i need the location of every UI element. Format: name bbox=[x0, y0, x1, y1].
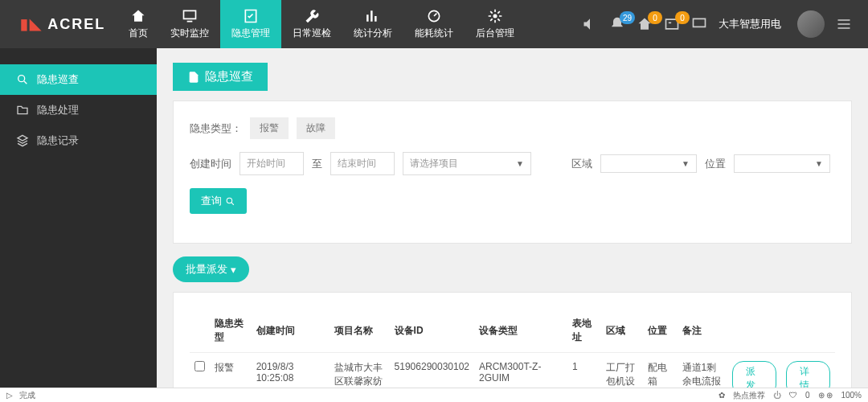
sidebar-item[interactable]: 隐患巡查 bbox=[0, 64, 157, 95]
col-header bbox=[190, 309, 210, 353]
username: 大丰智慧用电 bbox=[719, 17, 781, 31]
nav-wrench[interactable]: 日常巡检 bbox=[281, 0, 342, 48]
table-row: 报警2019/8/3 10:25:08盐城市大丰区联馨家纺有限公司5190629… bbox=[190, 353, 835, 388]
home-alert-icon[interactable]: 0 bbox=[637, 16, 653, 32]
topbar: ▮◣ ACREL 首页实时监控隐患管理日常巡检统计分析能耗统计后台管理 29 0… bbox=[0, 0, 868, 48]
detail-button[interactable]: 详情 bbox=[786, 361, 830, 388]
svg-point-1 bbox=[493, 14, 497, 18]
search-button[interactable]: 查询 bbox=[190, 188, 247, 214]
status-zoom: 100% bbox=[841, 391, 862, 400]
top-right: 29 0 0 大丰智慧用电 bbox=[582, 10, 860, 38]
start-time-input[interactable]: 开始时间 bbox=[240, 152, 304, 175]
zone-label: 区域 bbox=[571, 157, 592, 171]
status-bar: ▷ 完成 ✿热点推荐 ⏻ 🛡0 ⊕ ⊕100% bbox=[0, 388, 868, 402]
col-header: 设备类型 bbox=[474, 309, 567, 353]
col-header: 备注 bbox=[678, 309, 727, 353]
to-label: 至 bbox=[312, 157, 322, 171]
screen-icon[interactable] bbox=[691, 16, 707, 32]
main: 隐患巡查 隐患类型： 报警 故障 创建时间 开始时间 至 结束时间 请选择项目▼… bbox=[157, 48, 868, 388]
col-header: 隐患类型 bbox=[210, 309, 252, 353]
status-sec: 0 bbox=[805, 391, 810, 400]
col-header: 区域 bbox=[601, 309, 643, 353]
sidebar-item[interactable]: 隐患记录 bbox=[0, 125, 157, 156]
sound-icon[interactable] bbox=[582, 16, 598, 32]
hazard-table: 隐患类型创建时间项目名称设备ID设备类型表地址区域位置备注 报警2019/8/3… bbox=[190, 309, 835, 388]
end-time-input[interactable]: 结束时间 bbox=[330, 152, 395, 175]
card-badge: 0 bbox=[675, 11, 690, 24]
col-header: 创建时间 bbox=[252, 309, 330, 353]
svg-point-2 bbox=[18, 76, 25, 82]
col-header bbox=[781, 309, 835, 353]
avatar[interactable] bbox=[797, 10, 825, 38]
col-header: 设备ID bbox=[390, 309, 474, 353]
nav-chart[interactable]: 统计分析 bbox=[342, 0, 403, 48]
batch-dispatch-button[interactable]: 批量派发 ▾ bbox=[173, 256, 249, 282]
pos-select[interactable]: ▼ bbox=[734, 154, 830, 173]
time-label: 创建时间 bbox=[190, 157, 231, 171]
nav: 首页实时监控隐患管理日常巡检统计分析能耗统计后台管理 bbox=[117, 0, 526, 48]
filter-panel: 隐患类型： 报警 故障 创建时间 开始时间 至 结束时间 请选择项目▼ 区域 ▼… bbox=[173, 100, 852, 244]
card-icon[interactable]: 0 bbox=[664, 16, 680, 32]
nav-home[interactable]: 首页 bbox=[117, 0, 159, 48]
menu-icon[interactable] bbox=[836, 16, 852, 32]
home-badge: 0 bbox=[648, 11, 662, 24]
col-header bbox=[727, 309, 781, 353]
nav-check[interactable]: 隐患管理 bbox=[220, 0, 281, 48]
table-panel: 隐患类型创建时间项目名称设备ID设备类型表地址区域位置备注 报警2019/8/3… bbox=[173, 292, 852, 388]
chip-alarm[interactable]: 报警 bbox=[250, 117, 289, 139]
bell-badge: 29 bbox=[620, 11, 635, 24]
dispatch-button[interactable]: 派发 bbox=[732, 361, 776, 388]
chip-fault[interactable]: 故障 bbox=[297, 117, 335, 139]
status-done: 完成 bbox=[19, 390, 35, 401]
nav-gear[interactable]: 后台管理 bbox=[465, 0, 526, 48]
page-title: 隐患巡查 bbox=[173, 63, 268, 91]
bell-icon[interactable]: 29 bbox=[609, 16, 625, 32]
row-checkbox[interactable] bbox=[194, 361, 205, 371]
play-icon[interactable]: ▷ bbox=[6, 391, 13, 400]
nav-dial[interactable]: 能耗统计 bbox=[403, 0, 465, 48]
svg-point-3 bbox=[227, 198, 232, 203]
type-label: 隐患类型： bbox=[190, 121, 242, 136]
zone-select[interactable]: ▼ bbox=[600, 154, 697, 173]
project-select[interactable]: 请选择项目▼ bbox=[403, 152, 531, 175]
pos-label: 位置 bbox=[705, 157, 726, 171]
col-header: 表地址 bbox=[567, 309, 601, 353]
status-hot[interactable]: 热点推荐 bbox=[733, 390, 765, 401]
sidebar-item[interactable]: 隐患处理 bbox=[0, 95, 157, 125]
col-header: 位置 bbox=[643, 309, 677, 353]
nav-monitor[interactable]: 实时监控 bbox=[159, 0, 220, 48]
col-header: 项目名称 bbox=[330, 309, 390, 353]
logo: ▮◣ ACREL bbox=[8, 15, 117, 33]
sidebar: 隐患巡查隐患处理隐患记录 bbox=[0, 48, 157, 388]
